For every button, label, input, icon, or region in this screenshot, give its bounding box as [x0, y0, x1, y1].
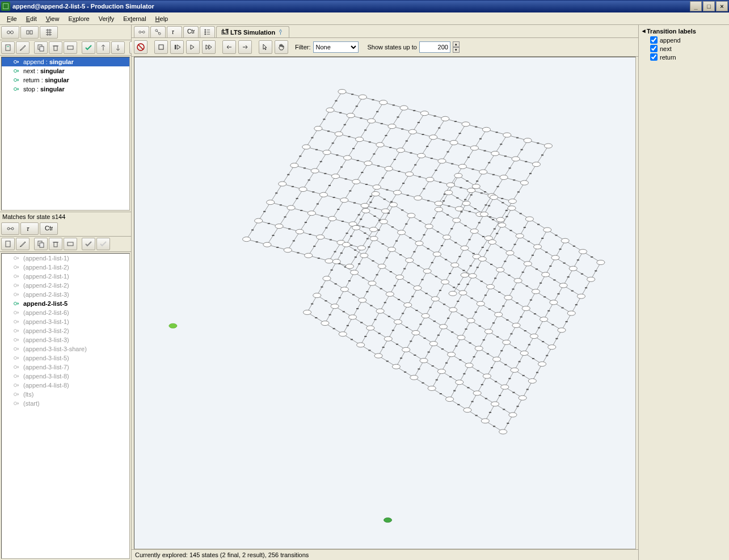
menu-external[interactable]: External — [119, 14, 150, 23]
play-pause-button[interactable] — [170, 40, 184, 54]
matches-tree[interactable]: (append-1-list-1)(append-1-list-2)(appen… — [1, 253, 130, 559]
new-rule-button[interactable] — [1, 41, 15, 54]
rules-tree[interactable]: append : singularnext : singularreturn :… — [1, 57, 130, 210]
transition-checkbox[interactable] — [650, 53, 658, 61]
matches-copy-button[interactable] — [34, 238, 48, 250]
svg-rect-302 — [448, 205, 450, 207]
copy-button[interactable] — [34, 41, 48, 54]
svg-rect-348 — [494, 228, 496, 229]
match-item[interactable]: (append-2-list-6) — [2, 308, 129, 317]
matches-view-3-button[interactable]: Ctrl — [40, 222, 58, 235]
match-item[interactable]: (append-3-list-8) — [2, 372, 129, 381]
svg-point-974 — [561, 238, 569, 243]
matches-check-button[interactable] — [82, 238, 95, 250]
matches-check2-button[interactable] — [96, 238, 110, 250]
transition-checkbox[interactable] — [650, 45, 658, 52]
check-button[interactable] — [82, 41, 95, 54]
maximize-button[interactable]: □ — [703, 1, 715, 11]
match-item[interactable]: (append-1-list-2) — [2, 263, 129, 272]
tab-tau[interactable]: τ — [167, 26, 182, 37]
transition-checkbox[interactable] — [650, 36, 658, 44]
rule-item[interactable]: stop : singular — [2, 85, 129, 94]
tab-list[interactable] — [200, 26, 215, 37]
svg-rect-796 — [526, 389, 529, 390]
menu-edit[interactable]: Edit — [22, 14, 41, 23]
tab-ctrl[interactable]: Ctrl — [183, 26, 199, 37]
stop-button[interactable] — [154, 40, 168, 54]
transition-label-row[interactable]: return — [640, 53, 728, 61]
view-mode-2-button[interactable] — [20, 26, 39, 39]
matches-edit-button[interactable] — [16, 238, 30, 250]
svg-rect-358 — [369, 202, 372, 203]
match-item[interactable]: (append-2-list-3) — [2, 290, 129, 299]
match-item[interactable]: (append-2-list-2) — [2, 281, 129, 290]
collapse-arrow-icon[interactable]: ◂ — [642, 27, 646, 35]
match-item[interactable]: (start) — [2, 399, 129, 408]
tab-graph-1[interactable] — [134, 26, 149, 37]
matches-new-button[interactable] — [1, 238, 15, 250]
match-item[interactable]: (append-3-list-5) — [2, 353, 129, 363]
match-item[interactable]: (append-3-list-2) — [2, 326, 129, 335]
match-item[interactable]: (lts) — [2, 390, 129, 399]
rule-item[interactable]: return : singular — [2, 75, 129, 85]
svg-rect-316 — [481, 192, 483, 193]
menu-help[interactable]: Help — [151, 14, 173, 23]
close-button[interactable]: × — [716, 1, 728, 11]
match-item[interactable]: (append-4-list-8) — [2, 381, 129, 390]
transition-label-row[interactable]: next — [640, 44, 728, 53]
state-space-canvas[interactable] — [134, 57, 636, 549]
cancel-explore-button[interactable] — [134, 40, 148, 54]
match-item[interactable]: (append-3-list-3) — [2, 335, 129, 344]
step-button[interactable] — [186, 40, 200, 54]
matches-rename-button[interactable] — [64, 238, 77, 250]
matches-view-1-button[interactable] — [1, 222, 19, 235]
match-item[interactable]: (append-1-list-1) — [2, 254, 129, 263]
show-states-input[interactable] — [419, 41, 450, 53]
transition-label-row[interactable]: append — [640, 36, 728, 44]
delete-button[interactable] — [49, 41, 62, 54]
match-item[interactable]: (append-3-list-3-share) — [2, 344, 129, 353]
tab-lts-simulation[interactable]: LTS LTS Simulation — [216, 26, 289, 37]
matches-delete-button[interactable] — [49, 238, 62, 250]
main-area: append : singularnext : singularreturn :… — [0, 25, 729, 560]
pan-tool-button[interactable] — [275, 40, 288, 54]
forward-button[interactable] — [238, 40, 252, 54]
svg-point-973 — [446, 397, 454, 402]
svg-rect-308 — [504, 155, 507, 157]
select-tool-button[interactable] — [259, 40, 272, 54]
svg-point-911 — [425, 224, 433, 229]
view-mode-1-button[interactable] — [1, 26, 19, 39]
minimize-button[interactable]: _ — [690, 1, 702, 11]
svg-point-806 — [279, 182, 286, 186]
svg-rect-726 — [504, 364, 507, 365]
fast-forward-button[interactable] — [202, 40, 216, 54]
svg-point-860 — [482, 127, 490, 132]
match-item[interactable]: (append-3-list-1) — [2, 317, 129, 326]
menu-view[interactable]: View — [41, 14, 64, 23]
menu-verify[interactable]: Verify — [94, 14, 119, 23]
down-button[interactable] — [111, 41, 125, 54]
match-item[interactable]: (append-3-list-7) — [2, 363, 129, 372]
menu-explore[interactable]: Explore — [64, 14, 94, 23]
rule-item[interactable]: next : singular — [2, 66, 129, 75]
filter-select[interactable]: None — [313, 41, 359, 53]
svg-rect-86 — [299, 155, 301, 157]
edit-rule-button[interactable] — [16, 41, 30, 54]
svg-point-41 — [14, 320, 17, 323]
rule-item[interactable]: append : singular — [2, 57, 129, 66]
svg-point-913 — [406, 258, 414, 263]
svg-rect-610 — [418, 368, 420, 369]
tab-graph-2[interactable] — [150, 26, 166, 37]
matches-view-2-button[interactable]: τ — [20, 222, 39, 235]
svg-rect-532 — [488, 205, 490, 207]
rename-button[interactable] — [64, 41, 77, 54]
menu-file[interactable]: File — [2, 14, 22, 23]
svg-rect-146 — [364, 129, 366, 130]
svg-rect-400 — [358, 263, 360, 264]
view-mode-3-button[interactable] — [40, 26, 58, 39]
match-item[interactable]: (append-2-list-1) — [2, 272, 129, 281]
up-button[interactable] — [96, 41, 110, 54]
back-button[interactable] — [222, 40, 236, 54]
match-item[interactable]: append-2-list-5 — [2, 299, 129, 308]
show-states-spinner[interactable]: ▴▾ — [453, 41, 460, 53]
